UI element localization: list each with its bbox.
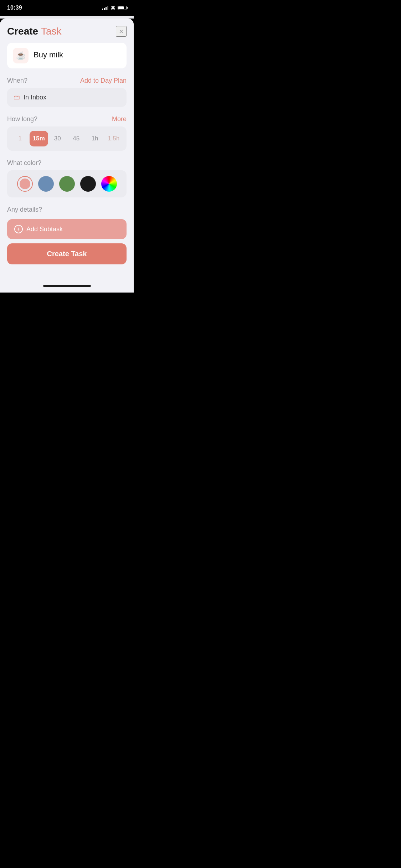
color-option-blue[interactable] — [38, 176, 54, 192]
create-task-button[interactable]: Create Task — [7, 243, 127, 264]
signal-icon — [102, 6, 108, 10]
add-to-day-plan-button[interactable]: Add to Day Plan — [80, 77, 127, 84]
duration-option-45[interactable]: 45 — [67, 131, 86, 146]
create-task-label: Create Task — [47, 250, 87, 258]
inbox-row[interactable]: 🗃 In Inbox — [7, 88, 127, 107]
add-subtask-plus-icon: + — [14, 225, 23, 233]
color-label-row: What color? — [7, 159, 127, 167]
color-option-pink[interactable] — [17, 176, 33, 192]
color-row — [7, 170, 127, 197]
battery-icon — [118, 6, 127, 10]
color-label: What color? — [7, 159, 41, 167]
task-name-input[interactable] — [34, 50, 132, 61]
color-section: What color? — [7, 159, 127, 197]
status-bar: 10:39 ⌘ — [0, 0, 134, 16]
when-label-row: When? Add to Day Plan — [7, 77, 127, 84]
home-indicator — [43, 285, 91, 287]
page-title: Create Task — [7, 26, 62, 37]
inbox-label: In Inbox — [24, 94, 46, 101]
task-icon-box[interactable]: ☕ — [13, 48, 29, 63]
duration-option-15m[interactable]: 15m — [30, 131, 48, 146]
duration-option-1[interactable]: 1 — [11, 131, 29, 146]
details-section: Any details? — [7, 206, 127, 213]
title-black: Create — [7, 26, 38, 37]
prev-screen-peek — [0, 16, 134, 19]
duration-option-1-5h[interactable]: 1.5h — [104, 131, 123, 146]
details-label: Any details? — [7, 206, 42, 213]
how-long-label-row: How long? More — [7, 115, 127, 123]
task-name-row: ☕ — [7, 43, 127, 68]
color-option-black[interactable] — [80, 176, 96, 192]
status-time: 10:39 — [7, 5, 22, 11]
how-long-label: How long? — [7, 115, 37, 123]
title-pink: Task — [41, 26, 62, 37]
wifi-icon: ⌘ — [110, 5, 115, 11]
when-label: When? — [7, 77, 27, 84]
color-option-green[interactable] — [59, 176, 75, 192]
details-label-row: Any details? — [7, 206, 127, 213]
header: Create Task × — [7, 19, 127, 43]
status-icons: ⌘ — [102, 5, 127, 11]
how-long-section: How long? More 1 15m 30 45 1h 1.5h — [7, 115, 127, 151]
duration-row: 1 15m 30 45 1h 1.5h — [7, 126, 127, 151]
more-button[interactable]: More — [112, 115, 127, 123]
when-section: When? Add to Day Plan 🗃 In Inbox — [7, 77, 127, 107]
close-button[interactable]: × — [116, 26, 127, 37]
add-subtask-button[interactable]: + Add Subtask — [7, 219, 127, 239]
duration-option-1h[interactable]: 1h — [86, 131, 104, 146]
color-option-rainbow[interactable] — [101, 176, 117, 192]
close-icon: × — [119, 28, 123, 35]
duration-option-30[interactable]: 30 — [48, 131, 67, 146]
add-subtask-label: Add Subtask — [26, 226, 63, 233]
inbox-icon: 🗃 — [14, 94, 20, 101]
home-indicator-area — [0, 282, 134, 293]
task-emoji-icon: ☕ — [16, 51, 26, 60]
main-sheet: Create Task × ☕ When? Add to Day Plan 🗃 … — [0, 19, 134, 282]
